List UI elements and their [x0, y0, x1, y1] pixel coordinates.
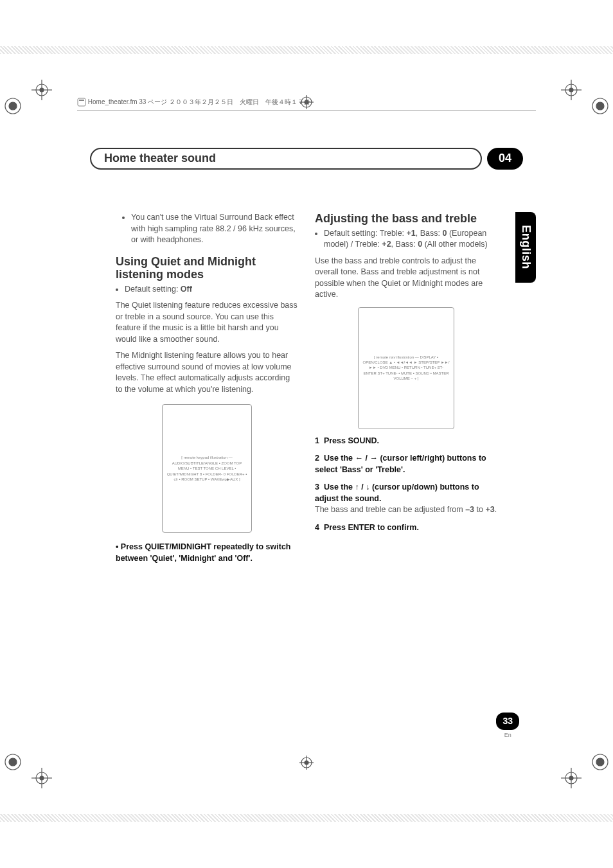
remote-illustration-nav-label: [ remote nav illustration — DISPLAY • OP…: [362, 355, 450, 382]
decor-stripe-bottom: [0, 814, 613, 822]
decor-stripe-top: [0, 46, 613, 54]
chapter-title-row: Home theater sound 04: [90, 148, 523, 170]
default-setting-label: Default setting:: [125, 285, 181, 294]
svg-point-17: [40, 776, 44, 780]
registration-mark-bl: [0, 746, 58, 791]
svg-point-1: [9, 102, 17, 110]
svg-point-5: [40, 88, 44, 92]
svg-point-11: [569, 88, 573, 92]
chapter-title-pill: Home theater sound: [90, 148, 482, 170]
page-number-block: 33 En: [496, 713, 519, 740]
default-setting-bass-treble: Default setting: Treble: +1, Bass: 0 (Eu…: [324, 228, 497, 251]
remote-illustration-keypad-label: [ remote keypad illustration — AUDIO/SUB…: [166, 455, 247, 482]
chapter-number: 04: [499, 150, 511, 166]
quiet-description: The Quiet listening feature reduces exce…: [116, 300, 298, 345]
svg-rect-33: [79, 100, 84, 101]
step-1: 1 Press SOUND.: [315, 436, 497, 447]
svg-point-31: [305, 761, 308, 765]
note-bullet: You can't use the Virtual Surround Back …: [131, 212, 298, 246]
bass-treble-intro: Use the bass and treble controls to adju…: [315, 256, 497, 301]
step-4: 4 Press ENTER to confirm.: [315, 522, 497, 534]
section-heading-bass-treble: Adjusting the bass and treble: [315, 212, 497, 226]
step-quiet-midnight: • Press QUIET/MIDNIGHT repeatedly to swi…: [116, 542, 298, 564]
registration-mark-br: [555, 746, 613, 791]
step-2: 2 Use the ← / → (cursor left/right) butt…: [315, 453, 497, 475]
svg-point-13: [9, 758, 17, 766]
left-column: You can't use the Virtual Surround Back …: [116, 212, 298, 564]
page-lang: En: [496, 731, 519, 740]
chapter-number-pill: 04: [487, 148, 523, 170]
remote-illustration-nav: [ remote nav illustration — DISPLAY • OP…: [358, 307, 454, 429]
language-tab: English: [515, 212, 536, 283]
language-tab-label: English: [517, 226, 533, 270]
section-heading-quiet-midnight: Using Quiet and Midnight listening modes: [116, 255, 298, 281]
source-header: Home_theater.fm 33 ページ ２００３年２月２５日 火曜日 午後…: [77, 98, 536, 111]
svg-point-7: [596, 102, 604, 110]
svg-rect-32: [78, 98, 85, 106]
default-setting-line: Default setting: Off: [125, 284, 298, 296]
remote-illustration-keypad: [ remote keypad illustration — AUDIO/SUB…: [162, 404, 252, 533]
page-number: 33: [496, 713, 519, 731]
midnight-description: The Midnight listening feature allows yo…: [116, 350, 298, 395]
step-quiet-midnight-text: • Press QUIET/MIDNIGHT repeatedly to swi…: [116, 542, 291, 563]
default-setting-value: Off: [181, 285, 192, 294]
registration-mark-tl: [0, 77, 58, 122]
chapter-title: Home theater sound: [104, 150, 216, 166]
step-3: 3 Use the ↑ / ↓ (cursor up/down) buttons…: [315, 482, 497, 516]
svg-point-19: [596, 758, 604, 766]
source-header-text: Home_theater.fm 33 ページ ２００３年２月２５日 火曜日 午後…: [88, 98, 310, 105]
crop-mark-bottom: [299, 756, 314, 773]
registration-mark-tr: [555, 77, 613, 122]
svg-point-23: [569, 776, 573, 780]
right-column: Adjusting the bass and treble Default se…: [315, 212, 497, 564]
